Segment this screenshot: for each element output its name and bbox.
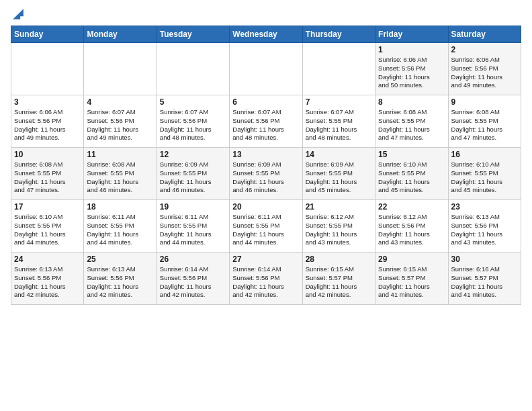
day-cell xyxy=(84,43,157,95)
day-number: 27 xyxy=(232,255,299,264)
day-number: 30 xyxy=(451,255,518,264)
day-info: Sunrise: 6:10 AM Sunset: 5:55 PM Dayligh… xyxy=(14,213,81,247)
day-cell: 6Sunrise: 6:07 AM Sunset: 5:56 PM Daylig… xyxy=(230,95,302,148)
calendar-table: SundayMondayTuesdayWednesdayThursdayFrid… xyxy=(11,26,521,305)
day-cell: 29Sunrise: 6:15 AM Sunset: 5:57 PM Dayli… xyxy=(375,253,448,305)
day-cell: 15Sunrise: 6:10 AM Sunset: 5:55 PM Dayli… xyxy=(375,148,448,200)
day-number: 14 xyxy=(306,150,372,159)
day-cell: 17Sunrise: 6:10 AM Sunset: 5:55 PM Dayli… xyxy=(11,200,84,253)
day-number: 22 xyxy=(378,202,445,212)
col-header-monday: Monday xyxy=(84,26,157,43)
day-cell: 18Sunrise: 6:11 AM Sunset: 5:55 PM Dayli… xyxy=(84,200,157,253)
day-info: Sunrise: 6:11 AM Sunset: 5:55 PM Dayligh… xyxy=(160,213,226,247)
day-cell: 26Sunrise: 6:14 AM Sunset: 5:56 PM Dayli… xyxy=(157,253,229,305)
day-info: Sunrise: 6:10 AM Sunset: 5:55 PM Dayligh… xyxy=(378,161,445,195)
day-cell: 16Sunrise: 6:10 AM Sunset: 5:55 PM Dayli… xyxy=(448,148,521,200)
day-cell: 1Sunrise: 6:06 AM Sunset: 5:56 PM Daylig… xyxy=(375,43,448,95)
day-info: Sunrise: 6:13 AM Sunset: 5:56 PM Dayligh… xyxy=(14,265,81,300)
day-cell: 22Sunrise: 6:12 AM Sunset: 5:56 PM Dayli… xyxy=(375,200,448,253)
day-info: Sunrise: 6:06 AM Sunset: 5:56 PM Dayligh… xyxy=(451,56,518,90)
day-info: Sunrise: 6:08 AM Sunset: 5:55 PM Dayligh… xyxy=(87,161,153,195)
day-number: 17 xyxy=(14,202,81,212)
day-info: Sunrise: 6:08 AM Sunset: 5:55 PM Dayligh… xyxy=(14,161,81,195)
day-info: Sunrise: 6:09 AM Sunset: 5:55 PM Dayligh… xyxy=(306,161,372,195)
day-cell: 19Sunrise: 6:11 AM Sunset: 5:55 PM Dayli… xyxy=(157,200,229,253)
day-number: 26 xyxy=(160,255,226,264)
day-number: 20 xyxy=(232,202,299,212)
day-cell: 4Sunrise: 6:07 AM Sunset: 5:56 PM Daylig… xyxy=(84,95,157,148)
day-cell: 14Sunrise: 6:09 AM Sunset: 5:55 PM Dayli… xyxy=(302,148,375,200)
day-info: Sunrise: 6:09 AM Sunset: 5:55 PM Dayligh… xyxy=(160,161,226,195)
day-info: Sunrise: 6:15 AM Sunset: 5:57 PM Dayligh… xyxy=(306,265,372,300)
day-info: Sunrise: 6:14 AM Sunset: 5:56 PM Dayligh… xyxy=(160,265,226,300)
svg-marker-0 xyxy=(13,9,24,19)
day-info: Sunrise: 6:08 AM Sunset: 5:55 PM Dayligh… xyxy=(378,108,445,142)
day-cell: 28Sunrise: 6:15 AM Sunset: 5:57 PM Dayli… xyxy=(302,253,375,305)
day-number: 5 xyxy=(160,97,226,107)
week-row-4: 17Sunrise: 6:10 AM Sunset: 5:55 PM Dayli… xyxy=(11,200,521,253)
col-header-saturday: Saturday xyxy=(448,26,521,43)
day-info: Sunrise: 6:11 AM Sunset: 5:55 PM Dayligh… xyxy=(232,213,299,247)
day-number: 16 xyxy=(451,150,518,159)
week-row-3: 10Sunrise: 6:08 AM Sunset: 5:55 PM Dayli… xyxy=(11,148,521,200)
day-number: 18 xyxy=(87,202,153,212)
day-cell: 3Sunrise: 6:06 AM Sunset: 5:56 PM Daylig… xyxy=(11,95,84,148)
day-info: Sunrise: 6:14 AM Sunset: 5:56 PM Dayligh… xyxy=(232,265,299,300)
day-cell: 12Sunrise: 6:09 AM Sunset: 5:55 PM Dayli… xyxy=(157,148,229,200)
day-cell: 24Sunrise: 6:13 AM Sunset: 5:56 PM Dayli… xyxy=(11,253,84,305)
day-cell: 21Sunrise: 6:12 AM Sunset: 5:55 PM Dayli… xyxy=(302,200,375,253)
day-number: 11 xyxy=(87,150,153,159)
day-number: 13 xyxy=(232,150,299,159)
col-header-friday: Friday xyxy=(375,26,448,43)
week-row-1: 1Sunrise: 6:06 AM Sunset: 5:56 PM Daylig… xyxy=(11,43,521,95)
day-number: 23 xyxy=(451,202,518,212)
day-info: Sunrise: 6:16 AM Sunset: 5:57 PM Dayligh… xyxy=(451,265,518,300)
day-cell: 8Sunrise: 6:08 AM Sunset: 5:55 PM Daylig… xyxy=(375,95,448,148)
day-info: Sunrise: 6:07 AM Sunset: 5:56 PM Dayligh… xyxy=(87,108,153,142)
day-number: 8 xyxy=(378,97,445,107)
day-info: Sunrise: 6:13 AM Sunset: 5:56 PM Dayligh… xyxy=(451,213,518,247)
day-number: 2 xyxy=(451,45,518,54)
page: SundayMondayTuesdayWednesdayThursdayFrid… xyxy=(0,0,532,310)
day-number: 6 xyxy=(232,97,299,107)
day-info: Sunrise: 6:12 AM Sunset: 5:55 PM Dayligh… xyxy=(306,213,372,247)
day-info: Sunrise: 6:09 AM Sunset: 5:55 PM Dayligh… xyxy=(232,161,299,195)
logo-icon xyxy=(11,7,26,21)
day-cell: 9Sunrise: 6:08 AM Sunset: 5:55 PM Daylig… xyxy=(448,95,521,148)
day-info: Sunrise: 6:07 AM Sunset: 5:55 PM Dayligh… xyxy=(306,108,372,142)
day-info: Sunrise: 6:06 AM Sunset: 5:56 PM Dayligh… xyxy=(378,56,445,90)
day-cell: 20Sunrise: 6:11 AM Sunset: 5:55 PM Dayli… xyxy=(230,200,302,253)
day-info: Sunrise: 6:12 AM Sunset: 5:56 PM Dayligh… xyxy=(378,213,445,247)
day-number: 1 xyxy=(378,45,445,54)
day-cell: 30Sunrise: 6:16 AM Sunset: 5:57 PM Dayli… xyxy=(448,253,521,305)
day-number: 9 xyxy=(451,97,518,107)
day-cell: 25Sunrise: 6:13 AM Sunset: 5:56 PM Dayli… xyxy=(84,253,157,305)
logo xyxy=(11,7,28,21)
day-number: 3 xyxy=(14,97,81,107)
day-info: Sunrise: 6:13 AM Sunset: 5:56 PM Dayligh… xyxy=(87,265,153,300)
day-number: 21 xyxy=(306,202,372,212)
day-number: 15 xyxy=(378,150,445,159)
week-row-5: 24Sunrise: 6:13 AM Sunset: 5:56 PM Dayli… xyxy=(11,253,521,305)
week-row-2: 3Sunrise: 6:06 AM Sunset: 5:56 PM Daylig… xyxy=(11,95,521,148)
day-number: 7 xyxy=(306,97,372,107)
day-number: 10 xyxy=(14,150,81,159)
day-cell: 2Sunrise: 6:06 AM Sunset: 5:56 PM Daylig… xyxy=(448,43,521,95)
col-header-wednesday: Wednesday xyxy=(230,26,302,43)
day-cell: 7Sunrise: 6:07 AM Sunset: 5:55 PM Daylig… xyxy=(302,95,375,148)
col-header-thursday: Thursday xyxy=(302,26,375,43)
day-cell xyxy=(230,43,302,95)
header xyxy=(11,7,521,21)
col-header-sunday: Sunday xyxy=(11,26,84,43)
day-number: 24 xyxy=(14,255,81,264)
day-info: Sunrise: 6:07 AM Sunset: 5:56 PM Dayligh… xyxy=(160,108,226,142)
day-number: 19 xyxy=(160,202,226,212)
day-cell xyxy=(302,43,375,95)
day-cell: 11Sunrise: 6:08 AM Sunset: 5:55 PM Dayli… xyxy=(84,148,157,200)
day-cell: 13Sunrise: 6:09 AM Sunset: 5:55 PM Dayli… xyxy=(230,148,302,200)
day-cell: 23Sunrise: 6:13 AM Sunset: 5:56 PM Dayli… xyxy=(448,200,521,253)
header-row: SundayMondayTuesdayWednesdayThursdayFrid… xyxy=(11,26,521,43)
day-cell xyxy=(11,43,84,95)
day-info: Sunrise: 6:15 AM Sunset: 5:57 PM Dayligh… xyxy=(378,265,445,300)
day-number: 29 xyxy=(378,255,445,264)
